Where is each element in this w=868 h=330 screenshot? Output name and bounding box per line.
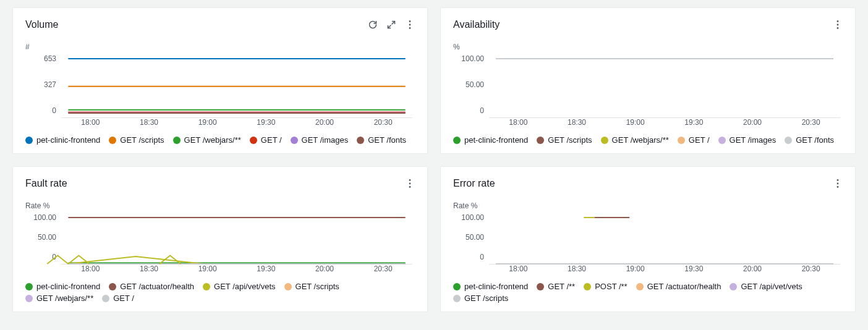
legend-label: GET /scripts <box>120 135 164 145</box>
legend-label: GET / <box>261 135 282 145</box>
legend-swatch <box>453 295 461 302</box>
legend-label: pet-clinic-frontend <box>464 135 528 145</box>
legend-item[interactable]: GET / <box>102 294 134 303</box>
svg-point-8 <box>409 186 411 188</box>
x-tick: 18:00 <box>489 118 548 128</box>
legend-item[interactable]: GET /fonts <box>785 135 834 145</box>
legend-swatch <box>636 283 644 290</box>
expand-icon[interactable] <box>386 20 396 30</box>
legend: pet-clinic-frontendGET /actuator/healthG… <box>25 282 415 303</box>
plot: 100.0050.00018:0018:3019:0019:3020:0020:… <box>25 214 415 274</box>
legend-swatch <box>453 283 461 290</box>
legend-label: GET /fonts <box>796 135 834 145</box>
legend-item[interactable]: GET /webjars/** <box>173 135 241 145</box>
legend-label: GET /scripts <box>548 135 592 145</box>
legend-item[interactable]: GET /scripts <box>284 282 339 291</box>
legend-label: GET /api/vet/vets <box>214 282 275 291</box>
legend-swatch <box>102 295 109 302</box>
error-card: Error rateRate %100.0050.00018:0018:3019… <box>440 166 856 312</box>
svg-point-7 <box>409 183 411 185</box>
legend-swatch <box>203 283 210 290</box>
refresh-icon[interactable] <box>368 20 378 30</box>
legend-label: GET /api/vet/vets <box>741 282 802 291</box>
more-icon[interactable] <box>833 20 843 30</box>
legend-swatch <box>537 283 544 290</box>
legend-label: GET /webjars/** <box>612 135 669 145</box>
svg-point-4 <box>837 24 839 26</box>
x-tick: 19:00 <box>606 118 665 128</box>
x-tick: 20:00 <box>723 118 782 128</box>
legend-swatch <box>730 283 737 290</box>
legend-label: GET / <box>113 294 134 303</box>
svg-point-5 <box>837 27 839 29</box>
x-tick: 20:30 <box>354 118 412 128</box>
legend-swatch <box>678 137 685 144</box>
legend-item[interactable]: GET /fonts <box>357 135 406 145</box>
legend-swatch <box>250 137 257 144</box>
legend-swatch <box>601 137 608 144</box>
legend-label: GET /scripts <box>464 294 508 303</box>
more-icon[interactable] <box>833 179 843 188</box>
legend-item[interactable]: pet-clinic-frontend <box>25 135 100 145</box>
legend: pet-clinic-frontendGET /scriptsGET /webj… <box>453 135 843 145</box>
y-tick: 50.00 <box>453 81 484 88</box>
legend-item[interactable]: GET /actuator/health <box>636 282 721 291</box>
x-tick: 20:00 <box>296 264 354 274</box>
legend-item[interactable]: GET /webjars/** <box>25 294 93 303</box>
x-tick: 19:30 <box>237 118 296 128</box>
svg-point-3 <box>837 20 839 22</box>
svg-point-11 <box>837 186 839 188</box>
legend-item[interactable]: GET /api/vet/vets <box>203 282 275 291</box>
x-tick: 19:30 <box>665 118 723 128</box>
x-tick: 18:30 <box>548 264 606 274</box>
legend-swatch <box>291 137 298 144</box>
legend-item[interactable]: pet-clinic-frontend <box>453 135 528 145</box>
legend-item[interactable]: GET / <box>250 135 282 145</box>
legend-label: POST /** <box>595 282 628 291</box>
legend-item[interactable]: pet-clinic-frontend <box>453 282 528 291</box>
availability-card: Availability%100.0050.00018:0018:3019:00… <box>440 7 856 154</box>
legend-swatch <box>109 283 116 290</box>
legend-label: GET /actuator/health <box>120 282 194 291</box>
legend-label: GET /webjars/** <box>36 294 93 303</box>
svg-point-0 <box>409 20 411 22</box>
chart-title: Volume <box>25 19 58 30</box>
more-icon[interactable] <box>405 179 415 188</box>
x-tick: 20:00 <box>296 118 354 128</box>
legend-item[interactable]: GET /** <box>537 282 575 291</box>
legend-item[interactable]: GET /actuator/health <box>109 282 194 291</box>
legend-item[interactable]: GET /scripts <box>537 135 592 145</box>
legend-item[interactable]: pet-clinic-frontend <box>25 282 100 291</box>
legend-label: GET /fonts <box>368 135 406 145</box>
legend-item[interactable]: POST /** <box>584 282 628 291</box>
legend-item[interactable]: GET /scripts <box>109 135 164 145</box>
legend-item[interactable]: GET /scripts <box>453 294 508 303</box>
legend-swatch <box>284 283 292 290</box>
legend-item[interactable]: GET /images <box>718 135 777 145</box>
legend-item[interactable]: GET /webjars/** <box>601 135 669 145</box>
chart-title: Fault rate <box>25 178 67 189</box>
y-tick: 0 <box>453 253 484 261</box>
legend: pet-clinic-frontendGET /scriptsGET /webj… <box>25 135 415 145</box>
x-tick: 18:00 <box>61 264 120 274</box>
legend-item[interactable]: GET /api/vet/vets <box>730 282 802 291</box>
legend-item[interactable]: GET /images <box>291 135 349 145</box>
x-tick: 19:30 <box>665 264 723 274</box>
legend-item[interactable]: GET / <box>678 135 710 145</box>
legend-swatch <box>25 283 33 290</box>
legend-swatch <box>109 137 116 144</box>
more-icon[interactable] <box>405 20 415 30</box>
svg-point-1 <box>409 24 411 26</box>
x-tick: 18:00 <box>489 264 548 274</box>
legend-swatch <box>173 137 181 144</box>
legend-swatch <box>537 137 544 144</box>
y-tick: 0 <box>25 107 56 114</box>
chart-title: Error rate <box>453 178 495 189</box>
legend-swatch <box>785 137 792 144</box>
plot: 100.0050.00018:0018:3019:0019:3020:0020:… <box>453 214 843 274</box>
svg-point-9 <box>837 179 839 181</box>
y-tick: 100.00 <box>453 214 484 221</box>
plot: 653327018:0018:3019:0019:3020:0020:30 <box>25 55 415 128</box>
legend-label: GET /images <box>730 135 777 145</box>
unit-label: Rate % <box>453 201 843 210</box>
